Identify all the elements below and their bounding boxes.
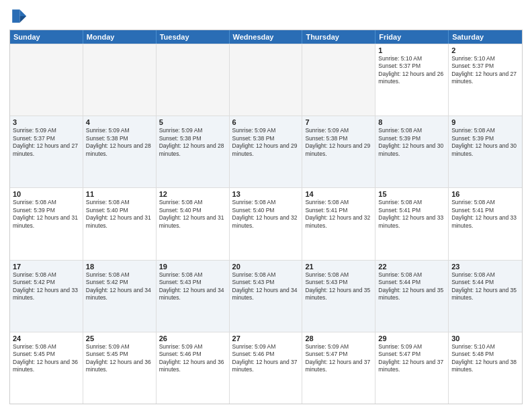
day-cell-6: 6Sunrise: 5:09 AM Sunset: 5:38 PM Daylig… [230,116,303,187]
day-cell-4: 4Sunrise: 5:09 AM Sunset: 5:38 PM Daylig… [83,116,157,187]
day-info: Sunrise: 5:10 AM Sunset: 5:37 PM Dayligh… [451,55,519,86]
day-info: Sunrise: 5:08 AM Sunset: 5:39 PM Dayligh… [451,127,519,158]
header-cell-monday: Monday [83,30,157,44]
day-info: Sunrise: 5:08 AM Sunset: 5:41 PM Dayligh… [378,199,445,230]
day-number: 10 [13,190,80,198]
page: SundayMondayTuesdayWednesdayThursdayFrid… [0,0,532,411]
day-number: 29 [378,334,445,342]
day-cell-2: 2Sunrise: 5:10 AM Sunset: 5:37 PM Daylig… [449,44,522,116]
calendar-header: SundayMondayTuesdayWednesdayThursdayFrid… [10,30,522,44]
day-info: Sunrise: 5:08 AM Sunset: 5:41 PM Dayligh… [305,199,372,230]
day-number: 14 [305,190,372,198]
day-info: Sunrise: 5:09 AM Sunset: 5:47 PM Dayligh… [305,343,372,374]
day-cell-15: 15Sunrise: 5:08 AM Sunset: 5:41 PM Dayli… [375,188,449,259]
day-number: 3 [13,118,80,126]
day-cell-1: 1Sunrise: 5:10 AM Sunset: 5:37 PM Daylig… [375,44,449,116]
day-cell-25: 25Sunrise: 5:09 AM Sunset: 5:45 PM Dayli… [83,332,157,404]
day-cell-24: 24Sunrise: 5:08 AM Sunset: 5:45 PM Dayli… [10,332,83,404]
day-cell-21: 21Sunrise: 5:08 AM Sunset: 5:43 PM Dayli… [302,261,375,332]
cal-row-4: 24Sunrise: 5:08 AM Sunset: 5:45 PM Dayli… [10,332,522,404]
empty-cell [157,44,230,116]
day-cell-27: 27Sunrise: 5:09 AM Sunset: 5:46 PM Dayli… [230,332,303,404]
day-info: Sunrise: 5:09 AM Sunset: 5:46 PM Dayligh… [232,343,300,374]
header-cell-sunday: Sunday [10,30,83,44]
day-cell-28: 28Sunrise: 5:09 AM Sunset: 5:47 PM Dayli… [302,332,375,404]
logo-icon [9,7,28,26]
day-number: 20 [232,263,300,271]
day-number: 4 [86,118,153,126]
day-cell-3: 3Sunrise: 5:09 AM Sunset: 5:37 PM Daylig… [10,116,83,187]
empty-cell [230,44,303,116]
empty-cell [302,44,375,116]
day-info: Sunrise: 5:09 AM Sunset: 5:46 PM Dayligh… [159,343,226,374]
day-number: 5 [159,118,226,126]
day-cell-13: 13Sunrise: 5:08 AM Sunset: 5:40 PM Dayli… [230,188,303,259]
day-number: 9 [451,118,519,126]
day-number: 11 [86,190,153,198]
day-cell-23: 23Sunrise: 5:08 AM Sunset: 5:44 PM Dayli… [449,261,522,332]
day-number: 26 [159,334,226,342]
day-cell-14: 14Sunrise: 5:08 AM Sunset: 5:41 PM Dayli… [302,188,375,259]
header-cell-tuesday: Tuesday [157,30,230,44]
day-info: Sunrise: 5:09 AM Sunset: 5:45 PM Dayligh… [86,343,153,374]
day-info: Sunrise: 5:08 AM Sunset: 5:40 PM Dayligh… [232,199,300,230]
header-cell-thursday: Thursday [302,30,375,44]
svg-marker-1 [19,16,26,23]
cal-row-1: 3Sunrise: 5:09 AM Sunset: 5:37 PM Daylig… [10,116,522,187]
day-cell-20: 20Sunrise: 5:08 AM Sunset: 5:43 PM Dayli… [230,261,303,332]
day-cell-19: 19Sunrise: 5:08 AM Sunset: 5:43 PM Dayli… [157,261,230,332]
day-cell-9: 9Sunrise: 5:08 AM Sunset: 5:39 PM Daylig… [449,116,522,187]
day-info: Sunrise: 5:08 AM Sunset: 5:44 PM Dayligh… [451,271,519,302]
day-info: Sunrise: 5:08 AM Sunset: 5:39 PM Dayligh… [378,127,445,158]
day-number: 15 [378,190,445,198]
day-cell-5: 5Sunrise: 5:09 AM Sunset: 5:38 PM Daylig… [157,116,230,187]
day-cell-8: 8Sunrise: 5:08 AM Sunset: 5:39 PM Daylig… [375,116,449,187]
cal-row-3: 17Sunrise: 5:08 AM Sunset: 5:42 PM Dayli… [10,260,522,332]
day-info: Sunrise: 5:09 AM Sunset: 5:38 PM Dayligh… [232,127,300,158]
svg-rect-2 [12,9,19,23]
header-cell-wednesday: Wednesday [230,30,303,44]
day-number: 17 [13,263,80,271]
day-info: Sunrise: 5:08 AM Sunset: 5:39 PM Dayligh… [13,199,80,230]
day-info: Sunrise: 5:10 AM Sunset: 5:48 PM Dayligh… [451,343,519,374]
calendar: SundayMondayTuesdayWednesdayThursdayFrid… [9,30,523,404]
day-cell-10: 10Sunrise: 5:08 AM Sunset: 5:39 PM Dayli… [10,188,83,259]
day-info: Sunrise: 5:08 AM Sunset: 5:42 PM Dayligh… [86,271,153,302]
day-info: Sunrise: 5:10 AM Sunset: 5:37 PM Dayligh… [378,55,445,86]
day-info: Sunrise: 5:08 AM Sunset: 5:43 PM Dayligh… [305,271,372,302]
empty-cell [83,44,157,116]
day-number: 8 [378,118,445,126]
calendar-body: 1Sunrise: 5:10 AM Sunset: 5:37 PM Daylig… [10,44,522,404]
header-cell-saturday: Saturday [449,30,522,44]
day-cell-30: 30Sunrise: 5:10 AM Sunset: 5:48 PM Dayli… [449,332,522,404]
day-info: Sunrise: 5:08 AM Sunset: 5:42 PM Dayligh… [13,271,80,302]
day-number: 16 [451,190,519,198]
day-info: Sunrise: 5:08 AM Sunset: 5:43 PM Dayligh… [159,271,226,302]
svg-marker-0 [19,9,26,16]
day-info: Sunrise: 5:08 AM Sunset: 5:45 PM Dayligh… [13,343,80,374]
day-info: Sunrise: 5:08 AM Sunset: 5:40 PM Dayligh… [159,199,226,230]
day-cell-18: 18Sunrise: 5:08 AM Sunset: 5:42 PM Dayli… [83,261,157,332]
header [9,7,523,26]
day-cell-22: 22Sunrise: 5:08 AM Sunset: 5:44 PM Dayli… [375,261,449,332]
day-number: 22 [378,263,445,271]
day-info: Sunrise: 5:09 AM Sunset: 5:38 PM Dayligh… [86,127,153,158]
day-number: 13 [232,190,300,198]
day-cell-12: 12Sunrise: 5:08 AM Sunset: 5:40 PM Dayli… [157,188,230,259]
cal-row-2: 10Sunrise: 5:08 AM Sunset: 5:39 PM Dayli… [10,187,522,259]
day-number: 21 [305,263,372,271]
day-number: 1 [378,46,445,54]
day-number: 28 [305,334,372,342]
day-info: Sunrise: 5:08 AM Sunset: 5:44 PM Dayligh… [378,271,445,302]
day-number: 25 [86,334,153,342]
day-number: 23 [451,263,519,271]
logo [9,7,31,26]
day-number: 18 [86,263,153,271]
empty-cell [10,44,83,116]
day-info: Sunrise: 5:08 AM Sunset: 5:43 PM Dayligh… [232,271,300,302]
day-number: 24 [13,334,80,342]
day-number: 2 [451,46,519,54]
day-info: Sunrise: 5:08 AM Sunset: 5:40 PM Dayligh… [86,199,153,230]
day-info: Sunrise: 5:09 AM Sunset: 5:37 PM Dayligh… [13,127,80,158]
day-cell-17: 17Sunrise: 5:08 AM Sunset: 5:42 PM Dayli… [10,261,83,332]
